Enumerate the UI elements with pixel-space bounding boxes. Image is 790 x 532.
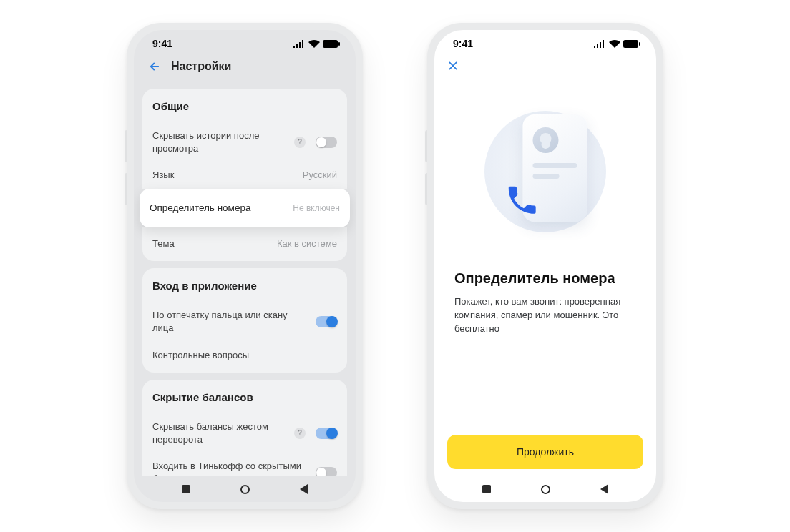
nav-back-icon[interactable]: [300, 484, 308, 494]
header: Настройки: [134, 57, 356, 82]
section-title-login: Вход в приложение: [152, 280, 337, 292]
row-label: Контрольные вопросы: [152, 349, 337, 362]
nav-recent-icon[interactable]: [182, 485, 190, 493]
row-label: Скрывать истории после просмотра: [152, 129, 288, 154]
row-language[interactable]: Язык Русский: [152, 162, 337, 189]
svg-rect-0: [323, 40, 338, 48]
wifi-icon: [308, 40, 320, 48]
settings-content: Общие Скрывать истории после просмотра ?…: [134, 82, 356, 476]
nav-home-icon[interactable]: [240, 485, 250, 494]
section-title-general: Общие: [152, 100, 337, 112]
status-icons: [594, 40, 640, 48]
svg-rect-1: [338, 42, 340, 46]
signal-icon: [594, 40, 606, 48]
svg-rect-3: [639, 42, 640, 46]
row-hide-stories[interactable]: Скрывать истории после просмотра ?: [152, 122, 337, 162]
page-title: Настройки: [171, 60, 231, 73]
status-bar: 9:41: [434, 30, 656, 57]
row-label: По отпечатку пальца или скану лица: [152, 309, 310, 334]
row-hidden-login[interactable]: Входить в Тинькофф со скрытыми балансами: [152, 453, 337, 476]
close-icon: [447, 60, 459, 72]
toggle-hide-stories[interactable]: [316, 137, 337, 148]
continue-button-label: Продолжить: [517, 446, 574, 458]
row-value: Как в системе: [277, 238, 337, 249]
arrow-left-icon: [148, 60, 161, 73]
battery-icon: [323, 40, 340, 48]
status-bar: 9:41: [134, 30, 356, 57]
toggle-hidden-login[interactable]: [316, 467, 337, 476]
status-time: 9:41: [152, 38, 172, 49]
row-caller-id[interactable]: Определитель номера Не включен: [140, 189, 350, 227]
nav-recent-icon[interactable]: [482, 485, 491, 493]
section-title-balance: Скрытие балансов: [152, 391, 337, 403]
continue-button[interactable]: Продолжить: [447, 435, 643, 469]
toggle-balance-gesture[interactable]: [316, 428, 337, 439]
screen-caller-id: 9:41 Определитель номера Пока: [434, 30, 656, 502]
row-hide-balance-gesture[interactable]: Скрывать балансы жестом переворота ?: [152, 413, 337, 453]
status-icons: [293, 40, 340, 48]
row-questions[interactable]: Контрольные вопросы: [152, 342, 337, 369]
screen-settings: 9:41 Настройки Общие Скрывать истории по…: [134, 30, 356, 502]
battery-icon: [623, 40, 640, 48]
back-button[interactable]: [148, 60, 161, 73]
help-icon[interactable]: ?: [294, 428, 306, 439]
section-general-cont: Тема Как в системе: [142, 227, 347, 262]
row-biometric[interactable]: По отпечатку пальца или скану лица: [152, 302, 337, 341]
android-navbar: [434, 476, 656, 502]
nav-back-icon[interactable]: [600, 484, 608, 494]
row-label: Тема: [152, 237, 271, 250]
wifi-icon: [609, 40, 620, 48]
phone-caller-id: 9:41 Определитель номера Пока: [427, 23, 663, 509]
status-time: 9:41: [453, 38, 473, 49]
close-button[interactable]: [434, 57, 656, 79]
row-label: Входить в Тинькофф со скрытыми балансами: [152, 460, 310, 476]
row-label: Язык: [152, 169, 297, 182]
row-value: Русский: [303, 169, 337, 180]
phone-handset-icon: [504, 182, 540, 218]
help-icon[interactable]: ?: [294, 137, 306, 148]
svg-rect-2: [623, 40, 638, 48]
phone-settings: 9:41 Настройки Общие Скрывать истории по…: [127, 23, 363, 509]
promo-body: Определитель номера Покажет, кто вам зво…: [434, 265, 656, 435]
avatar-icon: [533, 127, 559, 153]
promo-illustration: [434, 79, 656, 265]
promo-text: Покажет, кто вам звонит: проверенная ком…: [454, 295, 636, 336]
section-login: Вход в приложение По отпечатку пальца ил…: [142, 268, 347, 373]
signal-icon: [293, 40, 306, 48]
android-navbar: [134, 476, 356, 502]
nav-home-icon[interactable]: [541, 485, 550, 494]
section-general: Общие Скрывать истории после просмотра ?…: [142, 89, 347, 189]
toggle-biometric[interactable]: [316, 316, 337, 327]
section-balance: Скрытие балансов Скрывать балансы жестом…: [142, 380, 347, 476]
row-label: Скрывать балансы жестом переворота: [152, 420, 288, 445]
row-label: Определитель номера: [150, 202, 293, 215]
row-theme[interactable]: Тема Как в системе: [152, 230, 337, 257]
promo-title: Определитель номера: [454, 270, 636, 287]
row-value: Не включен: [293, 203, 340, 213]
